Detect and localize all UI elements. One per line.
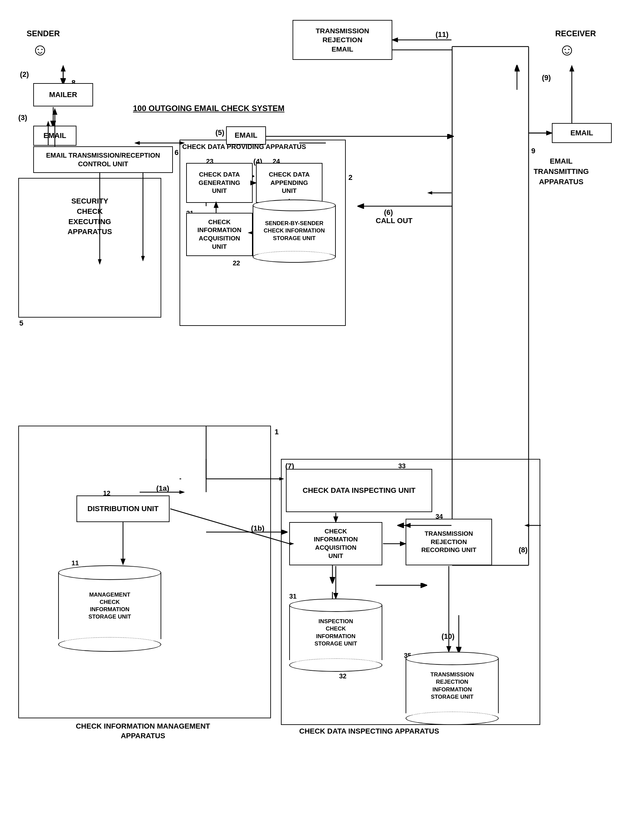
- check-data-generating-box: CHECK DATA GENERATING UNIT: [186, 163, 253, 203]
- call-out-text: CALL OUT: [376, 216, 412, 226]
- label-1b: (1b): [251, 524, 264, 534]
- check-data-inspecting-unit-box: CHECK DATA INSPECTING UNIT: [286, 469, 432, 512]
- ref9-label: 9: [531, 146, 535, 156]
- sender-by-sender-cylinder: SENDER-BY-SENDER CHECK INFORMATION STORA…: [253, 199, 336, 263]
- svg-marker-5: [135, 141, 140, 145]
- email-top-right-box: EMAIL: [552, 123, 612, 143]
- ref32: 32: [339, 672, 346, 681]
- transmission-rejection-recording-box: TRANSMISSION REJECTION RECORDING UNIT: [406, 519, 492, 565]
- label-11: (11): [436, 30, 448, 39]
- distribution-unit-box: DISTRIBUTION UNIT: [76, 496, 169, 522]
- check-data-inspecting-apparatus-label: CHECK DATA INSPECTING APPARATUS: [299, 726, 439, 736]
- management-check-cylinder: MANAGEMENT CHECK INFORMATION STORAGE UNI…: [58, 565, 161, 652]
- ref22: 22: [233, 259, 240, 267]
- label-5: (5): [215, 128, 224, 138]
- ref5-label: 5: [19, 319, 23, 328]
- label-1a: (1a): [156, 484, 169, 494]
- email-tx-rx-box: EMAIL TRANSMISSION/RECEPTION CONTROL UNI…: [33, 146, 173, 173]
- label-3: (3): [18, 113, 27, 123]
- email-box-left: EMAIL: [33, 126, 76, 146]
- check-data-appending-box: CHECK DATA APPENDING UNIT: [256, 163, 322, 203]
- svg-marker-59: [427, 191, 432, 194]
- security-check-label: SECURITY CHECK EXECUTING APPARATUS: [33, 196, 146, 237]
- email-5-box: EMAIL: [226, 126, 266, 145]
- check-info-acq-left-box: CHECK INFORMATION ACQUISITION UNIT: [186, 213, 253, 256]
- check-info-mgmt-label: CHECK INFORMATION MANAGEMENT APPARATUS: [33, 722, 253, 741]
- receiver-label: RECEIVER: [555, 28, 596, 39]
- inspection-check-cylinder: INSPECTION CHECK INFORMATION STORAGE UNI…: [289, 598, 382, 672]
- label-2: (2): [20, 70, 29, 79]
- ref6-label: 6: [175, 148, 178, 158]
- diagram: SENDER ☺ (2) 8 MAILER (3) EMAIL EMAIL TR…: [0, 0, 630, 840]
- label-10: (10): [442, 632, 455, 641]
- check-info-acq-right-box: CHECK INFORMATION ACQUISITION UNIT: [289, 522, 382, 565]
- email-transmitting-label: EMAIL TRANSMITTING APPARATUS: [531, 156, 591, 187]
- ref2-label: 2: [348, 173, 352, 183]
- receiver-smiley: ☺: [559, 40, 575, 59]
- outgoing-system-label: 100 OUTGOING EMAIL CHECK SYSTEM: [133, 103, 284, 114]
- sender-smiley: ☺: [32, 40, 49, 59]
- ref1-label: 1: [275, 427, 279, 437]
- mailer-box: MAILER: [33, 83, 93, 106]
- label-9: (9): [542, 73, 551, 83]
- svg-marker-69: [47, 121, 50, 126]
- transmission-rejection-info-cylinder: TRANSMISSION REJECTION INFORMATION STORA…: [406, 652, 499, 725]
- sender-label: SENDER: [27, 28, 60, 39]
- transmission-rejection-email-box: TRANSMISSION REJECTION EMAIL: [292, 20, 392, 60]
